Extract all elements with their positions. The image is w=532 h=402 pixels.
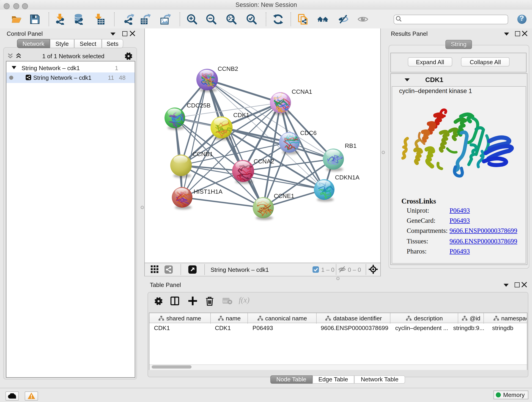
svg-text:CDC6: CDC6 xyxy=(300,129,317,136)
svg-text:CCNA1: CCNA1 xyxy=(292,88,312,95)
svg-text:CDK1: CDK1 xyxy=(233,112,249,119)
svg-text:RB1: RB1 xyxy=(345,142,356,149)
svg-text:HIST1H1A: HIST1H1A xyxy=(194,188,223,195)
svg-text:CCNA2: CCNA2 xyxy=(254,158,274,165)
svg-text:CDKN1A: CDKN1A xyxy=(335,174,360,181)
svg-text:CCNB1: CCNB1 xyxy=(192,151,213,157)
svg-text:CCNE1: CCNE1 xyxy=(274,192,294,199)
svg-text:CDC25B: CDC25B xyxy=(187,102,210,109)
svg-text:CCNB2: CCNB2 xyxy=(218,65,238,72)
